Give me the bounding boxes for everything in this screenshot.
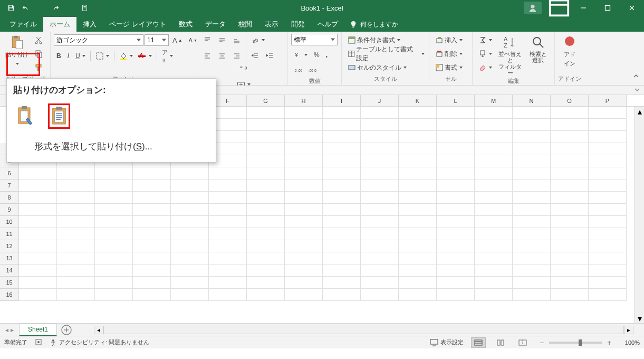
decrease-indent-button[interactable]: [248, 50, 262, 62]
align-center-button[interactable]: [215, 50, 229, 62]
find-select-button[interactable]: 検索と 選択: [525, 34, 551, 64]
fill-button[interactable]: [476, 48, 495, 60]
paste-text-only-button[interactable]: [48, 103, 70, 129]
vertical-scrollbar[interactable]: ▴ ▾: [635, 107, 644, 323]
borders-button[interactable]: [93, 50, 112, 62]
minimize-button[interactable]: [571, 0, 595, 16]
view-normal-button[interactable]: [471, 337, 486, 348]
column-header[interactable]: L: [437, 95, 475, 106]
format-cells-button[interactable]: 書式: [432, 61, 470, 74]
account-button[interactable]: [524, 2, 542, 14]
row-header[interactable]: 10: [0, 216, 18, 228]
row-header[interactable]: 14: [0, 264, 18, 277]
column-header[interactable]: K: [399, 95, 437, 106]
row-header[interactable]: 16: [0, 289, 18, 301]
tab-data[interactable]: データ: [199, 17, 232, 32]
row-header[interactable]: 7: [0, 180, 18, 192]
view-pagelayout-button[interactable]: [493, 337, 508, 348]
orientation-button[interactable]: ab: [248, 34, 267, 46]
column-header[interactable]: I: [323, 95, 361, 106]
zoom-out-button[interactable]: −: [537, 338, 546, 347]
row-header[interactable]: 15: [0, 277, 18, 289]
ribbon-display-options[interactable]: [547, 0, 571, 16]
sort-filter-button[interactable]: AZ 並べ替えと フィルター: [495, 34, 525, 77]
addins-button[interactable]: アド イン: [558, 34, 581, 69]
row-header[interactable]: 13: [0, 252, 18, 264]
accessibility-status[interactable]: アクセシビリティ: 問題ありません: [50, 338, 149, 346]
tab-pagelayout[interactable]: ページ レイアウト: [103, 17, 172, 32]
bold-button[interactable]: B: [54, 50, 64, 62]
increase-indent-button[interactable]: [263, 50, 277, 62]
cut-button[interactable]: [32, 34, 45, 46]
increase-font-button[interactable]: A▲: [170, 34, 185, 46]
zoom-level[interactable]: 100%: [617, 339, 640, 346]
column-header[interactable]: N: [513, 95, 551, 106]
new-button[interactable]: [78, 1, 92, 15]
font-size-select[interactable]: 11: [145, 34, 169, 46]
display-settings-button[interactable]: 表示設定: [430, 338, 464, 346]
font-color-button[interactable]: A: [137, 50, 155, 62]
tab-help[interactable]: ヘルプ: [311, 17, 344, 32]
row-header[interactable]: 9: [0, 204, 18, 216]
phonetic-button[interactable]: ア亜: [159, 50, 176, 62]
comma-button[interactable]: ,: [323, 49, 330, 61]
align-middle-button[interactable]: [215, 34, 229, 46]
paste-keep-source-button[interactable]: [14, 103, 36, 129]
undo-dropdown[interactable]: [34, 1, 47, 15]
tab-home[interactable]: ホーム: [43, 17, 76, 32]
paste-button[interactable]: 貼り付け: [3, 34, 31, 67]
autosum-button[interactable]: [476, 34, 495, 46]
row-header[interactable]: 12: [0, 240, 18, 252]
copy-button[interactable]: [32, 48, 45, 60]
sheet-nav-prev[interactable]: ◂: [5, 326, 8, 334]
tab-developer[interactable]: 開発: [285, 17, 311, 32]
delete-cells-button[interactable]: 削除: [432, 48, 470, 60]
view-pagebreak-button[interactable]: [515, 337, 530, 348]
format-painter-button[interactable]: [32, 61, 45, 74]
close-button[interactable]: [620, 0, 644, 16]
row-header[interactable]: 11: [0, 228, 18, 240]
redo-dropdown[interactable]: [63, 1, 77, 15]
add-sheet-button[interactable]: [60, 324, 73, 336]
row-header[interactable]: 8: [0, 192, 18, 204]
format-as-table-button[interactable]: テーブルとして書式設定: [345, 48, 427, 60]
scroll-right-button[interactable]: ▸: [624, 326, 633, 334]
scroll-up-button[interactable]: ▴: [635, 107, 644, 116]
column-header[interactable]: M: [475, 95, 513, 106]
number-format-select[interactable]: 標準: [291, 34, 338, 45]
zoom-slider[interactable]: [549, 342, 602, 344]
sheet-nav-next[interactable]: ▸: [11, 326, 14, 334]
cell-styles-button[interactable]: セルのスタイル: [345, 61, 427, 74]
clear-button[interactable]: [476, 61, 495, 74]
column-header[interactable]: H: [285, 95, 323, 106]
scroll-left-button[interactable]: ◂: [94, 326, 103, 334]
maximize-button[interactable]: [595, 0, 620, 16]
tab-insert[interactable]: 挿入: [76, 17, 103, 32]
underline-button[interactable]: U: [73, 50, 88, 62]
column-header[interactable]: G: [247, 95, 285, 106]
align-top-button[interactable]: [200, 34, 214, 46]
sheet-tab-sheet1[interactable]: Sheet1: [19, 324, 57, 336]
qat-customize[interactable]: [93, 1, 107, 15]
row-header[interactable]: 6: [0, 167, 18, 180]
tab-view[interactable]: 表示: [258, 17, 285, 32]
expand-formula-bar[interactable]: [633, 86, 641, 96]
align-left-button[interactable]: [200, 50, 214, 62]
redo-button[interactable]: [49, 1, 62, 15]
macro-record-icon[interactable]: [35, 338, 42, 347]
save-button[interactable]: [4, 1, 18, 15]
insert-cells-button[interactable]: 挿入: [432, 34, 470, 46]
font-name-select[interactable]: 游ゴシック: [54, 34, 143, 46]
percent-button[interactable]: %: [311, 49, 322, 61]
column-header[interactable]: P: [589, 95, 627, 106]
italic-button[interactable]: I: [65, 50, 72, 62]
wrap-text-button[interactable]: ab: [203, 62, 284, 75]
tab-review[interactable]: 校閲: [232, 17, 258, 32]
zoom-in-button[interactable]: +: [605, 338, 613, 347]
horizontal-scrollbar[interactable]: ◂ ▸: [94, 326, 633, 334]
undo-button[interactable]: [19, 1, 33, 15]
column-header[interactable]: O: [551, 95, 589, 106]
align-right-button[interactable]: [230, 50, 244, 62]
tab-formulas[interactable]: 数式: [172, 17, 199, 32]
tell-me-search[interactable]: 何をしますか: [344, 17, 403, 32]
